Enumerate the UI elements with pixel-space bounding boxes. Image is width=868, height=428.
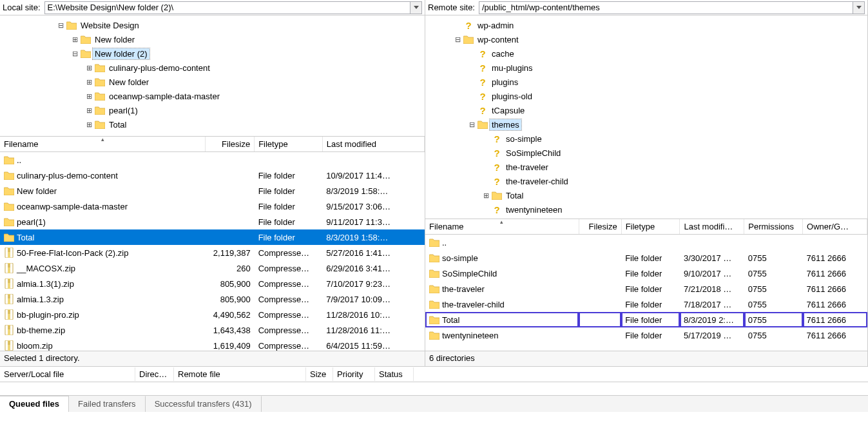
tree-item[interactable]: ⊟Website Design [0,18,425,32]
expand-icon[interactable]: ⊞ [481,191,491,200]
list-item[interactable]: culinary-plus-demo-contentFile folder10/… [0,168,425,183]
list-item[interactable]: almia.1.3.zip805,900Compresse…7/9/2017 1… [0,291,425,307]
expand-icon[interactable]: ⊞ [84,64,94,72]
remote-folder-tree[interactable]: ?wp-admin⊟wp-content?cache?mu-plugins?pl… [425,15,867,219]
tree-item[interactable]: ?plugins [425,75,867,89]
filename-text: .. [442,238,447,248]
column-header-name[interactable]: Filename▴ [0,137,206,152]
list-item[interactable]: bb-plugin-pro.zip4,490,562Compresse…11/2… [0,307,425,322]
remote-path-input[interactable] [479,1,853,14]
tree-item[interactable]: ⊞Total [425,188,867,202]
list-item[interactable]: bloom.zip1,619,409Compresse…6/4/2015 11:… [0,338,425,351]
cell-type: Compresse… [255,291,323,307]
column-header-size[interactable]: Filesize [579,219,621,235]
tab-failed-transfers[interactable]: Failed transfers [69,396,146,412]
cell-size [579,250,621,266]
cell-mod: 11/28/2016 11:… [322,322,424,338]
tree-item[interactable]: ⊞culinary-plus-demo-content [0,61,425,75]
tree-item[interactable]: ?twentynineteen [425,202,867,217]
filename-text: oceanwp-sample-data-master [17,202,128,211]
list-item[interactable]: .. [425,235,867,251]
queue-column-header[interactable]: Remote file [174,367,306,381]
expand-icon[interactable]: ⊞ [84,92,94,101]
tree-item[interactable]: ⊞oceanwp-sample-data-master [0,89,425,103]
tree-item[interactable]: ?the-traveler-child [425,174,867,188]
tree-item-label: cache [490,48,516,59]
list-item[interactable]: TotalFile folder8/3/2019 1:58:… [0,229,425,245]
column-header-size[interactable]: Filesize [206,137,255,152]
list-item[interactable]: bb-theme.zip1,643,438Compresse…11/28/201… [0,322,425,338]
column-header-type[interactable]: Filetype [255,137,323,152]
collapse-icon[interactable]: ⊟ [70,50,80,58]
tree-item[interactable]: ⊟themes [425,117,867,131]
list-item[interactable]: twentynineteenFile folder5/17/2019 …0755… [425,327,867,343]
column-header-mod[interactable]: Last modifi… [680,219,744,235]
cell-type: Compresse… [255,276,323,291]
tab-successful-transfers-431[interactable]: Successful transfers (431) [146,396,262,412]
tree-item[interactable]: ?so-simple [425,131,867,146]
tree-item[interactable]: ⊟New folder (2) [0,46,425,61]
tree-item[interactable]: ?tCapsule [425,103,867,117]
queue-column-header[interactable]: Server/Local file [0,367,135,381]
cell-mod: 10/9/2017 11:4… [322,168,424,183]
list-item[interactable]: New folderFile folder8/3/2019 1:58:… [0,183,425,199]
column-header-mod[interactable]: Last modified [322,137,424,152]
cell-perm [744,235,803,251]
queue-column-header[interactable]: Direc… [135,367,174,381]
queue-body[interactable] [0,382,868,395]
collapse-icon[interactable]: ⊟ [452,35,463,44]
tree-item-label: the-traveler [504,162,550,173]
cell-type: Compresse… [255,338,323,351]
queue-column-header[interactable]: Priority [333,367,375,381]
collapse-icon[interactable]: ⊟ [55,21,66,30]
list-item[interactable]: pearl(1)File folder9/11/2017 11:3… [0,214,425,229]
local-folder-tree[interactable]: ⊟Website Design⊞New folder⊟New folder (2… [0,15,425,137]
folder-icon [4,217,14,227]
remote-path-dropdown[interactable] [853,1,865,14]
tree-item[interactable]: ⊟wp-content [425,32,867,46]
queue-column-header[interactable]: Status [375,367,414,381]
column-header-perm[interactable]: Permissions [744,219,803,235]
collapse-icon[interactable]: ⊟ [467,121,477,129]
tree-item[interactable]: ⊞New folder [0,75,425,89]
tree-item-label: SoSimpleChild [504,148,563,159]
tree-item[interactable]: ?the-traveler [425,160,867,174]
tree-item[interactable]: ⊞New folder [0,32,425,46]
column-header-type[interactable]: Filetype [621,219,680,235]
zip-file-icon [4,325,14,335]
list-item[interactable]: TotalFile folder8/3/2019 2:…07557611 266… [425,312,867,327]
queue-column-header[interactable]: Size [306,367,333,381]
list-item[interactable]: __MACOSX.zip260Compresse…6/29/2016 3:41… [0,260,425,276]
list-item[interactable]: .. [0,152,425,168]
cell-size [579,281,621,297]
tree-item[interactable]: ?plugins-old [425,89,867,103]
list-item[interactable]: almia.1.3(1).zip805,900Compresse…7/10/20… [0,276,425,291]
parent-folder-icon [429,237,439,248]
cell-size: 2,119,387 [206,245,255,260]
expand-icon[interactable]: ⊞ [84,78,94,86]
tree-item[interactable]: ?SoSimpleChild [425,146,867,160]
list-item[interactable]: 50-Free-Flat-Icon-Pack (2).zip2,119,387C… [0,245,425,260]
tree-item[interactable]: ?wp-admin [425,18,867,32]
column-header-own[interactable]: Owner/G… [803,219,867,235]
tree-item[interactable]: ⊞pearl(1) [0,103,425,117]
local-path-dropdown[interactable] [410,1,422,14]
list-item[interactable]: the-travelerFile folder7/21/2018 …075576… [425,281,867,297]
expand-icon[interactable]: ⊞ [70,35,80,44]
list-item[interactable]: the-traveler-childFile folder7/18/2017 …… [425,297,867,312]
local-path-input[interactable] [44,1,410,14]
cell-mod [322,152,424,168]
tab-queued-files[interactable]: Queued files [0,396,69,412]
remote-file-list[interactable]: Filename▴FilesizeFiletypeLast modifi…Per… [425,219,867,351]
list-item[interactable]: SoSimpleChildFile folder9/10/2017 …07557… [425,266,867,281]
expand-icon[interactable]: ⊞ [84,106,94,115]
cell-size [579,297,621,312]
list-item[interactable]: oceanwp-sample-data-masterFile folder9/1… [0,199,425,214]
list-item[interactable]: so-simpleFile folder3/30/2017 …07557611 … [425,250,867,266]
tree-item[interactable]: ?cache [425,46,867,61]
local-file-list[interactable]: Filename▴FilesizeFiletypeLast modified..… [0,137,425,351]
expand-icon[interactable]: ⊞ [84,121,94,129]
tree-item[interactable]: ?mu-plugins [425,61,867,75]
column-header-name[interactable]: Filename▴ [425,219,579,235]
tree-item[interactable]: ⊞Total [0,117,425,131]
